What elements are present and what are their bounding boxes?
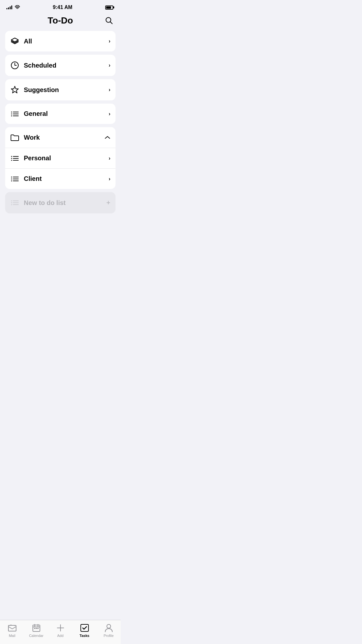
new-list-item[interactable]: New to do list + [5, 192, 116, 213]
client-chevron: › [109, 176, 110, 182]
status-bar: 9:41 AM [0, 0, 121, 13]
folder-icon [10, 134, 19, 141]
main-content: All › Scheduled › [0, 31, 121, 242]
new-list-icon [10, 199, 19, 206]
client-list-icon [10, 175, 19, 182]
personal-chevron: › [109, 155, 110, 161]
svg-point-12 [11, 156, 12, 157]
list-item-work: Work [5, 127, 116, 189]
svg-point-6 [11, 111, 12, 112]
scheduled-label: Scheduled [24, 62, 104, 69]
work-header[interactable]: Work [5, 127, 116, 148]
list-item-all[interactable]: All › [5, 31, 116, 51]
clock-icon [10, 61, 19, 70]
suggestion-chevron: › [109, 87, 110, 93]
general-label: General [24, 110, 104, 117]
all-chevron: › [109, 38, 110, 44]
wifi-icon [15, 5, 20, 10]
svg-point-26 [11, 202, 12, 203]
new-list-label: New to do list [24, 199, 102, 207]
svg-point-24 [11, 201, 12, 201]
svg-point-22 [11, 180, 12, 181]
list-item-general[interactable]: General › [5, 104, 116, 124]
signal-area [6, 5, 20, 10]
header: To-Do [0, 13, 121, 31]
search-icon [105, 16, 113, 24]
list-item-client[interactable]: Client › [5, 169, 116, 189]
list-item-scheduled[interactable]: Scheduled › [5, 55, 116, 76]
svg-point-18 [11, 176, 12, 177]
work-chevron-up [105, 135, 110, 140]
plus-icon: + [106, 199, 110, 207]
star-icon [10, 86, 19, 94]
signal-icon [6, 5, 12, 9]
client-label: Client [24, 175, 104, 182]
page-title: To-Do [48, 15, 73, 26]
list-container: All › Scheduled › [0, 31, 121, 213]
list-item-personal[interactable]: Personal › [5, 148, 116, 169]
svg-point-20 [11, 178, 12, 179]
svg-point-28 [11, 204, 12, 205]
personal-label: Personal [24, 154, 104, 162]
svg-point-8 [11, 113, 12, 114]
svg-point-14 [11, 158, 12, 159]
search-button[interactable] [103, 15, 114, 27]
status-time: 9:41 AM [53, 5, 72, 10]
general-chevron: › [109, 111, 110, 117]
scheduled-chevron: › [109, 62, 110, 68]
svg-point-0 [17, 9, 18, 9]
personal-list-icon [10, 155, 19, 162]
all-label: All [24, 38, 104, 45]
list-bullet-icon [10, 110, 19, 117]
svg-point-10 [11, 115, 12, 116]
svg-marker-5 [11, 86, 18, 93]
list-item-suggestion[interactable]: Suggestion › [5, 79, 116, 100]
battery-icon [105, 5, 113, 10]
battery-area [105, 5, 114, 10]
svg-line-2 [110, 22, 112, 23]
svg-point-16 [11, 160, 12, 161]
work-children: Personal › Clie [5, 148, 116, 189]
layers-icon [10, 37, 19, 45]
suggestion-label: Suggestion [24, 86, 104, 94]
work-label: Work [24, 134, 100, 141]
